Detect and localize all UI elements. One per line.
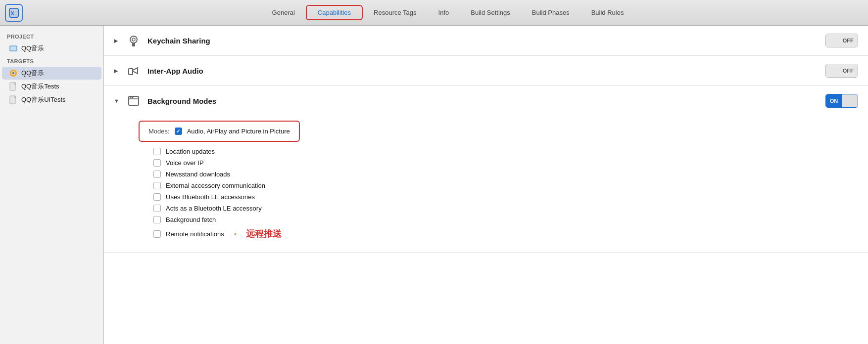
target-label-2: QQ音乐UITests (21, 95, 66, 104)
checkbox-label-audio: Audio, AirPlay and Picture in Picture (187, 128, 290, 135)
svg-point-7 (12, 72, 14, 74)
tab-resource-tags[interactable]: Resource Tags (363, 6, 427, 19)
capability-background-modes: ▼ Background Modes ON (104, 86, 868, 253)
tab-general[interactable]: General (261, 6, 306, 19)
label-location: Location updates (166, 148, 215, 155)
keychain-title: Keychain Sharing (147, 37, 858, 45)
inter-app-audio-icon (126, 63, 142, 79)
tab-capabilities[interactable]: Capabilities (306, 5, 363, 20)
target-app-icon (9, 69, 18, 78)
keychain-icon (126, 33, 142, 48)
background-modes-icon (126, 93, 142, 109)
annotation-chinese-text: 远程推送 (246, 228, 282, 240)
remote-notifications-row: Remote notifications ← 远程推送 (153, 225, 858, 242)
label-external-accessory: External accessory communication (166, 182, 265, 189)
svg-point-17 (132, 97, 134, 98)
red-arrow-icon: ← (232, 227, 243, 240)
checkbox-row-bluetooth-le: Uses Bluetooth LE accessories (153, 191, 858, 203)
checkbox-row-bluetooth-accessory: Acts as a Bluetooth LE accessory (153, 203, 858, 214)
svg-point-16 (130, 97, 132, 98)
svg-rect-11 (132, 43, 135, 46)
content-area: ▶ Keychain Sharing OFF ▶ (104, 26, 868, 344)
capability-keychain-sharing: ▶ Keychain Sharing OFF (104, 26, 868, 56)
sidebar-item-project[interactable]: QQ音乐 (2, 42, 101, 55)
top-nav-bar: X General Capabilities Resource Tags Inf… (0, 0, 868, 26)
checkbox-background-fetch[interactable] (153, 216, 161, 223)
main-layout: PROJECT QQ音乐 TARGETS QQ音乐 (0, 26, 868, 344)
xcode-icon: X (5, 4, 23, 22)
annotation-arrow: ← 远程推送 (232, 227, 282, 240)
sidebar: PROJECT QQ音乐 TARGETS QQ音乐 (0, 26, 104, 344)
project-icon (9, 44, 18, 53)
checkbox-row-background-fetch: Background fetch (153, 214, 858, 225)
background-modes-title: Background Modes (147, 97, 858, 105)
sidebar-item-target-0[interactable]: QQ音乐 (2, 67, 101, 80)
svg-text:X: X (11, 10, 15, 16)
keychain-toggle[interactable]: OFF (825, 34, 858, 47)
targets-section-header: TARGETS (0, 55, 103, 66)
tab-info[interactable]: Info (428, 6, 460, 19)
capability-inter-app-audio: ▶ Inter-App Audio OFF (104, 56, 868, 86)
modes-row: Modes: Audio, AirPlay and Picture in Pic… (148, 128, 290, 135)
tab-build-phases[interactable]: Build Phases (521, 6, 580, 19)
checkbox-row-newsstand: Newsstand downloads (153, 169, 858, 180)
label-newsstand: Newsstand downloads (166, 171, 230, 178)
checkbox-voip[interactable] (153, 159, 161, 167)
modes-label: Modes: (148, 128, 170, 135)
modes-section: Modes: Audio, AirPlay and Picture in Pic… (104, 116, 868, 252)
modes-highlighted-box: Modes: Audio, AirPlay and Picture in Pic… (139, 121, 300, 142)
checkbox-audio-airplay[interactable] (175, 128, 182, 135)
tab-build-settings[interactable]: Build Settings (460, 6, 521, 19)
svg-rect-4 (10, 46, 16, 50)
checkbox-location[interactable] (153, 148, 161, 155)
checkbox-row-external-accessory: External accessory communication (153, 180, 858, 191)
sidebar-item-target-1[interactable]: QQ音乐Tests (2, 80, 101, 93)
checkbox-row-voip: Voice over IP (153, 157, 858, 169)
inter-app-audio-toggle[interactable]: OFF (825, 64, 858, 78)
label-voip: Voice over IP (166, 159, 204, 167)
toggle-on-label: ON (826, 94, 842, 107)
file-icon-1 (9, 95, 18, 104)
capability-background-header: ▼ Background Modes ON (104, 86, 868, 116)
background-modes-toggle[interactable]: ON (825, 94, 858, 108)
project-item-label: QQ音乐 (21, 44, 44, 53)
checkbox-external-accessory[interactable] (153, 182, 161, 189)
label-remote-notifications: Remote notifications (166, 230, 224, 238)
chevron-right-icon-2[interactable]: ▶ (114, 68, 120, 74)
sidebar-item-target-2[interactable]: QQ音乐UITests (2, 93, 101, 106)
svg-point-10 (130, 36, 137, 43)
svg-point-12 (132, 38, 135, 41)
nav-tabs: General Capabilities Resource Tags Info … (33, 5, 863, 20)
checkbox-bluetooth-le[interactable] (153, 193, 161, 201)
svg-rect-13 (129, 69, 133, 75)
file-icon-0 (9, 82, 18, 91)
checkbox-remote-notifications[interactable] (153, 230, 161, 238)
capability-keychain-header: ▶ Keychain Sharing OFF (104, 26, 868, 55)
chevron-down-icon[interactable]: ▼ (114, 98, 120, 104)
project-section-header: PROJECT (0, 31, 103, 42)
label-bluetooth-le: Uses Bluetooth LE accessories (166, 193, 255, 201)
label-background-fetch: Background fetch (166, 216, 216, 223)
checkbox-bluetooth-accessory[interactable] (153, 205, 161, 212)
chevron-right-icon[interactable]: ▶ (114, 38, 120, 44)
target-label-1: QQ音乐Tests (21, 82, 59, 91)
tab-build-rules[interactable]: Build Rules (580, 6, 635, 19)
capability-inter-app-header: ▶ Inter-App Audio OFF (104, 56, 868, 86)
checkbox-newsstand[interactable] (153, 171, 161, 178)
checkbox-row-location: Location updates (153, 146, 858, 157)
target-label-0: QQ音乐 (21, 69, 44, 78)
label-bluetooth-accessory: Acts as a Bluetooth LE accessory (166, 205, 262, 212)
inter-app-audio-title: Inter-App Audio (147, 67, 858, 75)
